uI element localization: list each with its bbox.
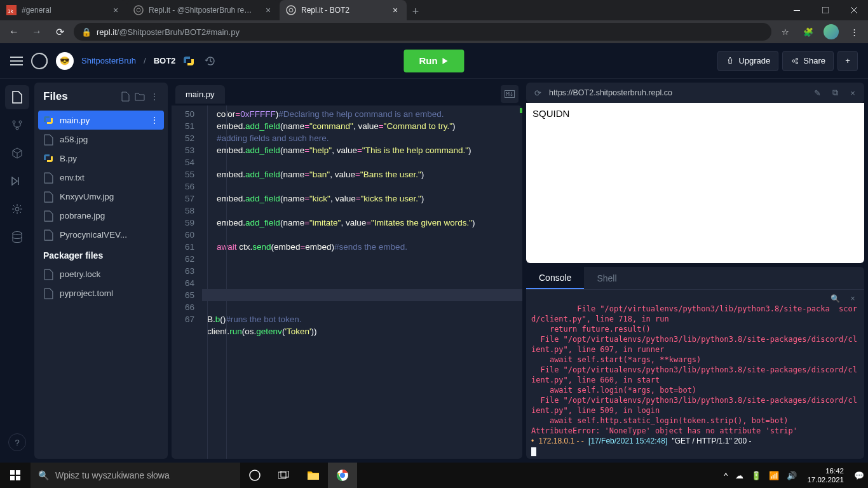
code-content[interactable]: color=0xFFFFF)#Declaring the help comman… <box>202 105 522 459</box>
search-icon[interactable]: 🔍 <box>829 294 841 304</box>
packages-rail-icon[interactable] <box>5 141 29 165</box>
database-rail-icon[interactable] <box>5 225 29 249</box>
run-label: Run <box>419 55 437 66</box>
browser-tab-2[interactable]: Repl.it - @ShitposterBruh remove × <box>127 0 280 20</box>
close-icon[interactable]: × <box>390 5 400 15</box>
minimize-button[interactable] <box>782 0 811 20</box>
notifications-icon[interactable]: 💬 <box>850 471 868 480</box>
file-item-main[interactable]: main.py ⋮ <box>38 111 164 130</box>
repl-header: 😎 ShitposterBruh / BOT2 Run Upgrade Shar… <box>0 43 868 79</box>
share-button[interactable]: Share <box>782 51 834 71</box>
svg-rect-6 <box>794 10 800 11</box>
owner-link[interactable]: ShitposterBruh <box>81 56 136 65</box>
tray-chevron-icon[interactable]: ^ <box>720 471 731 480</box>
onedrive-icon[interactable]: ☁ <box>731 471 747 480</box>
webview-url[interactable]: https://BOT2.shitposterbruh.repl.co <box>549 88 806 97</box>
edit-icon[interactable]: ✎ <box>811 88 824 98</box>
explorer-icon[interactable] <box>299 463 328 488</box>
forward-button[interactable]: → <box>28 23 46 41</box>
vcs-rail-icon[interactable] <box>5 113 29 137</box>
chrome-icon[interactable] <box>328 463 357 488</box>
svg-point-18 <box>13 232 22 235</box>
browser-tab-1[interactable]: 1k #general × <box>0 0 127 20</box>
extensions-icon[interactable]: 🧩 <box>799 23 817 41</box>
run-button[interactable]: Run <box>403 50 464 72</box>
reload-icon[interactable]: ⟳ <box>531 88 544 98</box>
python-icon <box>43 153 53 163</box>
browser-tab-3[interactable]: Repl.it - BOT2 × <box>280 0 407 20</box>
file-item[interactable]: env.txt <box>34 168 168 187</box>
owner-avatar[interactable]: 😎 <box>56 52 74 70</box>
file-icon <box>43 269 53 279</box>
cortana-icon[interactable] <box>240 463 269 488</box>
menu-icon[interactable]: ⋮ <box>845 23 863 41</box>
file-item[interactable]: pyproject.toml <box>34 283 168 302</box>
file-item[interactable]: B.py <box>34 149 168 168</box>
taskbar-search[interactable]: 🔍 Wpisz tu wyszukiwane słowa <box>31 463 240 488</box>
reload-button[interactable]: ⟳ <box>51 23 69 41</box>
file-item[interactable]: pobrane.jpg <box>34 206 168 225</box>
file-item[interactable]: a58.jpg <box>34 130 168 149</box>
volume-icon[interactable]: 🔊 <box>783 471 801 480</box>
replit-logo[interactable] <box>31 52 48 70</box>
file-item[interactable]: PyrocynicalVEV... <box>34 225 168 244</box>
profile-avatar[interactable] <box>822 23 840 41</box>
new-folder-icon[interactable] <box>135 92 145 101</box>
new-file-icon[interactable] <box>121 92 130 102</box>
file-name: B.py <box>60 154 77 163</box>
console-pane: Console Shell 🔍 × File "/opt/virtualenvs… <box>526 267 864 459</box>
file-name: pyproject.toml <box>60 288 113 298</box>
battery-icon[interactable]: 🔋 <box>747 471 765 480</box>
back-button[interactable]: ← <box>5 23 23 41</box>
file-more-icon[interactable]: ⋮ <box>150 115 159 125</box>
markdown-icon[interactable] <box>501 85 519 103</box>
clock[interactable]: 16:42 17.02.2021 <box>801 466 850 484</box>
date: 17.02.2021 <box>807 475 844 484</box>
svg-rect-21 <box>16 470 20 475</box>
open-external-icon[interactable]: ⧉ <box>829 88 841 98</box>
file-name: poetry.lock <box>60 269 100 279</box>
tab-console[interactable]: Console <box>526 267 584 289</box>
close-icon[interactable]: × <box>111 5 121 15</box>
upgrade-button[interactable]: Upgrade <box>717 51 778 71</box>
editor-pane: main.py 50515253545556575859606162636465… <box>172 83 522 459</box>
line-gutter: 505152535455565758596061626364656667 <box>172 105 202 459</box>
search-icon: 🔍 <box>38 470 49 480</box>
file-name: env.txt <box>60 173 85 182</box>
code-editor[interactable]: 505152535455565758596061626364656667 col… <box>172 105 522 459</box>
hamburger-icon[interactable] <box>10 57 23 65</box>
svg-point-15 <box>19 121 22 123</box>
maximize-button[interactable] <box>811 0 839 20</box>
close-icon[interactable]: × <box>263 5 273 15</box>
webview-text: SQUIDN <box>532 108 569 119</box>
help-rail-icon[interactable]: ? <box>8 433 26 451</box>
close-button[interactable] <box>839 0 868 20</box>
tab-shell[interactable]: Shell <box>584 267 629 289</box>
debug-rail-icon[interactable] <box>5 169 29 193</box>
tab-title: Repl.it - @ShitposterBruh remove <box>149 6 258 15</box>
tab-title: #general <box>22 6 105 15</box>
file-item[interactable]: poetry.lock <box>34 264 168 283</box>
new-tab-button[interactable]: + <box>407 3 424 20</box>
editor-tab-main[interactable]: main.py <box>175 85 225 104</box>
bookmark-icon[interactable]: ☆ <box>776 23 794 41</box>
settings-rail-icon[interactable] <box>5 197 29 221</box>
webview-content[interactable]: SQUIDN <box>526 103 864 263</box>
add-button[interactable]: + <box>837 51 858 71</box>
upgrade-label: Upgrade <box>738 56 770 65</box>
workspace: ? Files ⋮ main.py ⋮ a58.jpg B.py <box>0 79 868 463</box>
file-item[interactable]: KnxyvUmv.jpg <box>34 187 168 206</box>
replit-icon <box>133 5 144 15</box>
history-icon[interactable] <box>202 53 219 69</box>
address-bar[interactable]: 🔒 repl.it/@ShitposterBruh/BOT2#main.py <box>74 23 771 41</box>
task-view-icon[interactable] <box>269 463 299 488</box>
files-rail-icon[interactable] <box>5 85 29 109</box>
console-output[interactable]: 🔍 × File "/opt/virtualenvs/python3/lib/p… <box>526 290 864 459</box>
wifi-icon[interactable]: 📶 <box>765 471 783 480</box>
files-more-icon[interactable]: ⋮ <box>150 92 159 102</box>
url-path: /@ShitposterBruh/BOT2#main.py <box>117 27 240 37</box>
start-button[interactable] <box>0 463 31 488</box>
clear-icon[interactable]: × <box>846 294 859 304</box>
close-icon[interactable]: × <box>846 88 859 98</box>
python-icon <box>183 55 194 67</box>
